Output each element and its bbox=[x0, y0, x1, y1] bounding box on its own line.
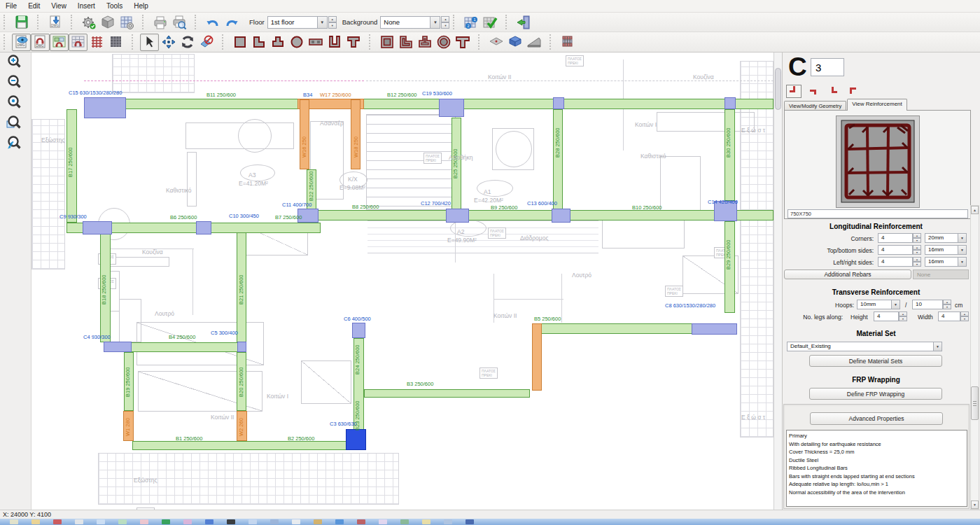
background-spinner[interactable]: ▲▼ bbox=[441, 16, 449, 29]
taskbar-item[interactable] bbox=[183, 519, 192, 524]
menu-item-file[interactable]: File bbox=[0, 1, 22, 10]
column[interactable] bbox=[83, 221, 112, 234]
col-t-button[interactable] bbox=[268, 34, 287, 51]
hoops-size-select[interactable]: 10mm ▼ bbox=[857, 300, 900, 309]
taskbar-item[interactable] bbox=[292, 519, 300, 524]
floor-select[interactable]: 1st floor▼ bbox=[267, 16, 328, 29]
define-material-sets-button[interactable]: Define Material Sets bbox=[809, 355, 942, 367]
column[interactable] bbox=[446, 209, 469, 223]
sec-t-button[interactable] bbox=[344, 34, 363, 51]
taskbar-item[interactable] bbox=[162, 519, 170, 524]
col-rect-button[interactable] bbox=[230, 34, 249, 51]
zoom-previous-button[interactable] bbox=[3, 134, 27, 154]
panel-scrollbar-thumb[interactable] bbox=[971, 386, 979, 420]
jacket-t2-button[interactable] bbox=[453, 34, 472, 51]
taskbar-item[interactable] bbox=[97, 519, 105, 524]
print-preview-button[interactable] bbox=[169, 13, 188, 31]
grid-plan-button[interactable] bbox=[69, 34, 88, 51]
column[interactable] bbox=[553, 97, 564, 109]
pattern-button[interactable] bbox=[106, 34, 125, 51]
hoop-spacing-input[interactable]: 10 bbox=[912, 300, 943, 309]
sec-u-button[interactable] bbox=[325, 34, 344, 51]
taskbar-item[interactable] bbox=[31, 519, 40, 524]
beam[interactable] bbox=[364, 389, 530, 398]
check-model-button[interactable] bbox=[480, 13, 499, 31]
beam[interactable] bbox=[308, 210, 774, 220]
beam[interactable] bbox=[132, 441, 366, 450]
column[interactable] bbox=[196, 221, 211, 234]
canvas-scrollbar-thumb[interactable] bbox=[775, 68, 781, 110]
rebar-plan-button[interactable] bbox=[88, 34, 106, 51]
taskbar-item[interactable] bbox=[422, 519, 430, 524]
taskbar-item[interactable] bbox=[400, 519, 409, 524]
legs-height-spinner[interactable]: ▲▼ bbox=[899, 312, 907, 321]
col-circle-button[interactable] bbox=[287, 34, 306, 51]
undo-button[interactable] bbox=[203, 13, 222, 31]
column[interactable] bbox=[84, 97, 126, 118]
taskbar-item[interactable] bbox=[270, 519, 279, 524]
taskbar-item[interactable] bbox=[357, 519, 365, 524]
floor-spinner[interactable]: ▲▼ bbox=[328, 16, 337, 29]
jacket-rect-button[interactable] bbox=[377, 34, 396, 51]
taskbar-item[interactable] bbox=[118, 519, 127, 524]
view-3d-button[interactable] bbox=[98, 13, 117, 31]
taskbar-item[interactable] bbox=[314, 519, 322, 524]
taskbar-item[interactable] bbox=[248, 519, 257, 524]
chevron-down-icon[interactable]: ▼ bbox=[958, 234, 966, 242]
rebar-size-select[interactable]: 20mm▼ bbox=[925, 233, 967, 243]
building-3d-button[interactable] bbox=[558, 34, 577, 51]
taskbar-item[interactable] bbox=[205, 519, 214, 524]
column[interactable] bbox=[692, 323, 737, 335]
jacket-t-button[interactable] bbox=[415, 34, 434, 51]
erase-button[interactable] bbox=[197, 34, 216, 51]
menu-item-help[interactable]: Help bbox=[128, 1, 154, 10]
col-l-button[interactable] bbox=[249, 34, 268, 51]
chevron-down-icon[interactable]: ▼ bbox=[958, 258, 966, 266]
canvas-vertical-scrollbar[interactable] bbox=[774, 52, 782, 510]
wall-section-button[interactable] bbox=[306, 34, 325, 51]
floorplan-canvas[interactable]: ΠΛΑΤΟΣΠΡΕΚΙΠΛΑΤΟΣΠΡΕΚΙΠΛΑΤΟΣΠΡΕΚΙΠΛΑΤΟΣΠ… bbox=[31, 52, 774, 510]
panel-vertical-scrollbar[interactable]: ▲ ▼ bbox=[970, 205, 979, 510]
wall[interactable] bbox=[532, 323, 542, 391]
print-button[interactable] bbox=[150, 13, 169, 31]
menu-item-edit[interactable]: Edit bbox=[22, 1, 46, 10]
additional-rebars-button[interactable]: Additional Rebars bbox=[784, 270, 911, 279]
column[interactable] bbox=[352, 323, 365, 338]
chevron-down-icon[interactable]: ▼ bbox=[891, 300, 899, 309]
move-button[interactable] bbox=[159, 34, 178, 51]
dwg-view-button[interactable]: DWG bbox=[12, 34, 31, 51]
ramp-button[interactable] bbox=[524, 34, 543, 51]
rebar-count-input[interactable]: 4 bbox=[878, 233, 913, 243]
exit-button[interactable] bbox=[514, 13, 533, 31]
taskbar-item[interactable] bbox=[140, 519, 148, 524]
taskbar-item[interactable] bbox=[335, 519, 344, 524]
element-number-input[interactable] bbox=[811, 58, 844, 76]
chevron-down-icon[interactable]: ▼ bbox=[958, 246, 966, 254]
col-orient-3-button[interactable] bbox=[825, 85, 841, 98]
advanced-properties-button[interactable]: Advanced Properties bbox=[810, 412, 943, 425]
column[interactable] bbox=[439, 99, 464, 117]
taskbar-item[interactable] bbox=[53, 519, 62, 524]
chevron-down-icon[interactable]: ▼ bbox=[317, 17, 327, 28]
chevron-down-icon[interactable]: ▼ bbox=[933, 342, 941, 351]
background-select[interactable]: None▼ bbox=[380, 16, 440, 29]
rebar-count-input[interactable]: 4 bbox=[878, 245, 913, 255]
tab-view-modify-geometry[interactable]: View/Modify Geometry bbox=[784, 101, 846, 111]
jacket-l-button[interactable] bbox=[396, 34, 415, 51]
rebar-count-spinner[interactable]: ▲▼ bbox=[913, 257, 921, 267]
wall[interactable] bbox=[300, 99, 309, 169]
column[interactable] bbox=[552, 209, 570, 223]
taskbar-item[interactable] bbox=[227, 519, 235, 524]
select-button[interactable] bbox=[140, 34, 159, 51]
rebar-size-select[interactable]: 16mm▼ bbox=[925, 257, 967, 267]
column-selected[interactable] bbox=[346, 429, 366, 450]
redo-button[interactable] bbox=[222, 13, 241, 31]
rebar-size-select[interactable]: 16mm▼ bbox=[925, 245, 967, 255]
scroll-down-icon[interactable]: ▼ bbox=[971, 500, 979, 509]
zoom-in-button[interactable] bbox=[3, 52, 27, 73]
windows-taskbar[interactable] bbox=[0, 519, 980, 525]
menu-item-tools[interactable]: Tools bbox=[101, 1, 128, 10]
chevron-down-icon[interactable]: ▼ bbox=[430, 17, 440, 28]
taskbar-item[interactable] bbox=[465, 519, 474, 524]
col-orient-1-button[interactable] bbox=[786, 85, 802, 98]
